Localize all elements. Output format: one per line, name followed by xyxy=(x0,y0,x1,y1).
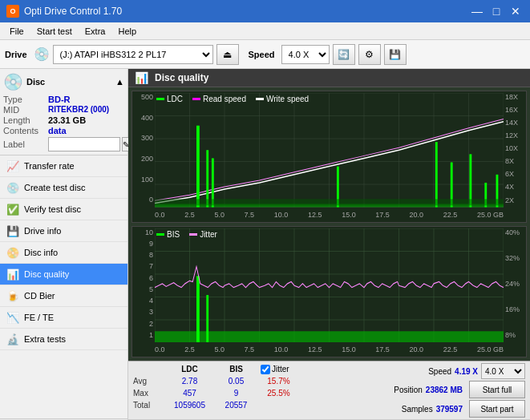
refresh-button[interactable]: 🔄 xyxy=(333,44,355,65)
sidebar-item-fe-te[interactable]: 📉 FE / TE xyxy=(0,307,127,329)
type-value: BD-R xyxy=(48,95,71,104)
max-bis: 9 xyxy=(218,387,254,399)
disc-section-icon: 💿 xyxy=(3,72,23,91)
verify-test-disc-label: Verify test disc xyxy=(24,204,81,214)
title-bar: O Opti Drive Control 1.70 — □ ✕ xyxy=(0,0,530,22)
menu-help[interactable]: Help xyxy=(111,25,143,38)
samples-value: 379597 xyxy=(436,405,463,414)
sidebar-item-disc-info[interactable]: 📀 Disc info xyxy=(0,242,127,264)
speed-select-stats[interactable]: 4.0 X xyxy=(481,363,525,379)
type-key: Type xyxy=(3,95,48,104)
avg-jitter: 15.7% xyxy=(261,375,297,387)
disc-info-icon: 📀 xyxy=(6,246,19,259)
length-value: 23.31 GB xyxy=(48,115,86,125)
legend-write-speed: Write speed xyxy=(256,95,309,103)
extra-tests-icon: 🔬 xyxy=(6,333,19,345)
maximize-button[interactable]: □ xyxy=(488,3,504,19)
stats-max-row: Max 457 9 25.5% xyxy=(133,387,394,399)
legend-jitter: Jitter xyxy=(189,230,217,239)
samples-label: Samples xyxy=(402,405,433,414)
jitter-checkbox-group[interactable]: Jitter xyxy=(261,363,289,375)
position-label: Position xyxy=(394,386,423,394)
sidebar-item-create-test-disc[interactable]: 💿 Create test disc xyxy=(0,177,127,199)
total-label: Total xyxy=(133,399,161,411)
close-button[interactable]: ✕ xyxy=(508,3,524,19)
settings-button[interactable]: ⚙ xyxy=(358,44,381,65)
save-button[interactable]: 💾 xyxy=(384,44,407,65)
transfer-rate-icon: 📈 xyxy=(6,160,19,172)
disc-info-label: Disc info xyxy=(24,248,58,257)
stats-avg-row: Avg 2.78 0.05 15.7% xyxy=(133,375,394,387)
disc-quality-label: Disc quality xyxy=(24,269,69,279)
chart1-legend: LDC Read speed Write speed xyxy=(156,95,309,103)
disc-panel: 💿 Disc ▲ Type BD-R MID RITEKBR2 (000) Le… xyxy=(0,69,127,155)
stats-table: LDC BIS Jitter Avg 2.78 0.05 15.7% Max xyxy=(133,363,394,418)
total-bis: 20557 xyxy=(218,399,254,411)
svg-rect-18 xyxy=(196,126,200,208)
menu-extra[interactable]: Extra xyxy=(79,25,112,38)
speed-value-stats: 4.19 X xyxy=(455,367,478,376)
sidebar: 💿 Disc ▲ Type BD-R MID RITEKBR2 (000) Le… xyxy=(0,69,128,420)
create-test-disc-label: Create test disc xyxy=(24,183,85,192)
ldc-dot xyxy=(156,98,164,100)
eject-button[interactable]: ⏏ xyxy=(216,44,239,65)
extra-tests-label: Extra tests xyxy=(24,334,66,344)
svg-rect-46 xyxy=(196,276,200,342)
chart2-y-left: 10 9 8 7 6 5 4 3 2 1 xyxy=(132,227,155,341)
start-full-button[interactable]: Start full xyxy=(469,381,525,398)
stats-header-row: LDC BIS Jitter xyxy=(133,363,394,375)
fe-te-label: FE / TE xyxy=(24,313,54,322)
sidebar-item-transfer-rate[interactable]: 📈 Transfer rate xyxy=(0,155,127,177)
chart1-container: LDC Read speed Write speed 500 400 300 xyxy=(131,91,527,223)
svg-rect-22 xyxy=(435,142,438,207)
app-title: Opti Drive Control 1.70 xyxy=(24,6,122,17)
stats-total-row: Total 1059605 20557 xyxy=(133,399,394,411)
sidebar-item-drive-info[interactable]: 💾 Drive info xyxy=(0,220,127,242)
chart1-y-left: 500 400 300 200 100 0 xyxy=(132,91,155,206)
start-part-button[interactable]: Start part xyxy=(469,400,525,418)
chart1-y-right: 18X 16X 14X 12X 10X 8X 6X 4X 2X xyxy=(504,91,526,206)
disc-quality-icon: 📊 xyxy=(6,268,19,281)
chart2-y-right: 40% 32% 24% 16% 8% xyxy=(504,227,526,341)
speed-select[interactable]: 4.0 X xyxy=(281,45,330,64)
position-value: 23862 MB xyxy=(426,386,463,394)
quality-title: Disc quality xyxy=(155,72,208,83)
label-key: Label xyxy=(3,139,48,149)
stats-right: Speed 4.19 X 4.0 X Position 23862 MB Sta… xyxy=(394,363,525,418)
menu-bar: File Start test Extra Help xyxy=(0,22,530,40)
mid-key: MID xyxy=(3,105,48,115)
minimize-button[interactable]: — xyxy=(469,3,485,19)
nav-items: 📈 Transfer rate 💿 Create test disc ✅ Ver… xyxy=(0,155,127,418)
max-ldc: 457 xyxy=(168,387,212,399)
drive-select[interactable]: (J:) ATAPI iHBS312 2 PL17 xyxy=(53,45,213,64)
chart2-x-axis: 0.0 2.5 5.0 7.5 10.0 12.5 15.0 17.5 20.0… xyxy=(155,342,504,357)
sidebar-item-cd-bier[interactable]: 🍺 CD Bier xyxy=(0,285,127,307)
quality-header: 📊 Disc quality xyxy=(128,69,530,87)
ldc-header: LDC xyxy=(168,363,212,375)
toolbar: Drive 💿 (J:) ATAPI iHBS312 2 PL17 ⏏ Spee… xyxy=(0,40,530,69)
content-area: 📊 Disc quality LDC Read speed xyxy=(128,69,530,420)
contents-value: data xyxy=(48,126,67,135)
disc-info-table: Type BD-R MID RITEKBR2 (000) Length 23.3… xyxy=(3,95,124,151)
disc-expand-icon[interactable]: ▲ xyxy=(115,77,124,87)
write-speed-dot xyxy=(256,98,264,100)
window-controls[interactable]: — □ ✕ xyxy=(469,3,524,19)
jitter-checkbox[interactable] xyxy=(261,365,270,374)
speed-row: Speed 4.19 X 4.0 X xyxy=(428,363,525,379)
speed-label: Speed xyxy=(249,50,275,59)
cd-bier-icon: 🍺 xyxy=(6,289,19,302)
svg-rect-19 xyxy=(206,150,208,207)
avg-ldc: 2.78 xyxy=(168,375,212,387)
sidebar-item-extra-tests[interactable]: 🔬 Extra tests xyxy=(0,329,127,350)
transfer-rate-label: Transfer rate xyxy=(24,161,75,171)
menu-file[interactable]: File xyxy=(3,25,30,38)
samples-row: Samples 379597 Start part xyxy=(402,400,525,418)
label-input[interactable] xyxy=(48,137,120,151)
chart2-legend: BIS Jitter xyxy=(156,230,217,239)
avg-bis: 0.05 xyxy=(218,375,254,387)
menu-start-test[interactable]: Start test xyxy=(30,25,79,38)
mid-value: RITEKBR2 (000) xyxy=(48,105,109,115)
max-label: Max xyxy=(133,387,161,399)
sidebar-item-verify-test-disc[interactable]: ✅ Verify test disc xyxy=(0,199,127,220)
sidebar-item-disc-quality[interactable]: 📊 Disc quality xyxy=(0,264,127,285)
